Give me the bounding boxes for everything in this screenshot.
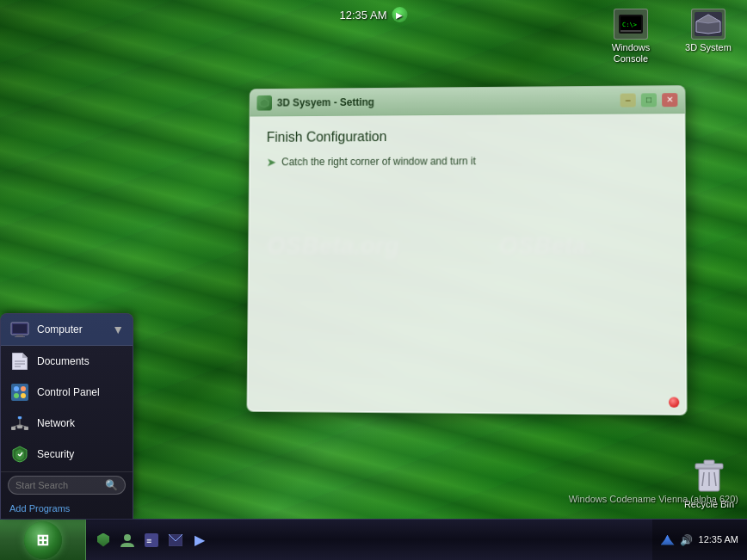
3d-system-label: 3D System [685,42,732,53]
svg-rect-2 [620,30,641,32]
control-panel-label: Control Panel [37,386,100,398]
computer-arrow: ▼ [112,323,124,336]
maximize-button[interactable]: □ [641,93,657,107]
taskbar-icon-mail[interactable] [165,530,186,551]
dialog-app-icon [256,95,272,110]
search-input[interactable] [15,480,102,490]
menu-item-documents[interactable]: Documents [1,346,133,377]
network-icon [9,413,30,434]
3d-system-icon [691,9,725,40]
taskbar-clock[interactable]: 12:35 AM [699,533,738,545]
dialog-window: 3D Sysyem - Setting – □ ✕ Finish Configu… [246,85,687,415]
start-button[interactable]: ⊞ [0,520,86,561]
svg-rect-24 [18,416,22,419]
start-menu: Computer ▼ Documents [0,313,133,519]
svg-point-17 [14,386,19,391]
shield-icon [97,533,109,547]
svg-rect-22 [11,427,15,430]
tray-network-icon[interactable] [661,533,675,547]
svg-rect-10 [15,336,25,337]
dialog-heading: Finish Configuration [267,127,668,145]
dialog-titlebar: 3D Sysyem - Setting – □ ✕ [250,86,685,116]
menu-item-computer[interactable]: Computer ▼ [1,314,133,346]
menu-item-control-panel[interactable]: Control Panel [1,377,133,408]
taskbar-icon-user[interactable] [117,530,138,551]
recycle-bin-icon [692,455,726,496]
search-bar[interactable]: 🔍 [8,476,126,495]
documents-icon [9,351,30,372]
arrow-icon: ➤ [266,155,276,169]
taskbar-icon-app[interactable]: ≡ [141,530,162,551]
top-clock-time: 12:35 AM [340,9,387,22]
network-tray-icon [661,535,675,545]
svg-rect-23 [24,427,28,430]
svg-text:≡: ≡ [146,536,151,545]
svg-text:C:\>: C:\> [622,22,637,28]
tray-speaker-icon[interactable]: 🔊 [680,533,694,547]
dialog-title: 3D Sysyem - Setting [277,94,615,108]
network-label: Network [37,417,75,429]
dialog-instruction: ➤ Catch the right corner of window and t… [266,153,667,169]
taskbar-icons: ≡ ▶ [86,530,652,551]
windows-logo: ⊞ [36,531,49,550]
desktop-icon-3d-system[interactable]: 3D System [678,9,738,65]
control-panel-icon [9,382,30,403]
security-label: Security [37,448,74,460]
computer-label: Computer [37,323,83,335]
svg-point-37 [124,534,131,541]
security-icon [9,444,30,465]
svg-point-20 [21,393,26,398]
svg-marker-30 [260,98,269,107]
windows-console-label: Windows Console [601,42,661,65]
taskbar-next-icon[interactable]: ▶ [189,530,210,551]
system-tray: 🔊 12:35 AM [652,520,747,560]
taskbar-icon-shield[interactable] [93,530,114,551]
speaker-icon: 🔊 [680,534,693,546]
start-orb: ⊞ [24,521,62,559]
search-icon: 🔍 [105,479,118,491]
desktop: OSBeta.org OSBeta. 12:35 AM ▶ C:\> Windo… [0,0,747,560]
dialog-content: Finish Configuration ➤ Catch the right c… [250,114,685,182]
close-button[interactable]: ✕ [662,93,677,107]
top-clock: 12:35 AM ▶ [340,7,408,22]
windows-codename: Windows Codename Vienna (alpha 620) [569,494,738,504]
menu-separator [1,471,133,472]
svg-rect-8 [13,324,27,333]
svg-point-19 [14,393,19,398]
desktop-icon-windows-console[interactable]: C:\> Windows Console [601,9,661,65]
menu-item-network[interactable]: Network [1,408,133,439]
minimize-button[interactable]: – [620,93,636,107]
computer-icon [9,319,30,340]
add-programs[interactable]: Add Programs [1,498,133,519]
windows-console-icon: C:\> [614,9,648,40]
svg-rect-9 [16,335,23,336]
svg-rect-16 [11,384,28,401]
dialog-corner-dot[interactable] [669,397,679,407]
documents-label: Documents [37,355,90,367]
desktop-icons-top-right: C:\> Windows Console 3D System [601,9,738,65]
menu-item-security[interactable]: Security [1,439,133,470]
svg-point-18 [21,386,26,391]
taskbar: ⊞ ≡ [0,519,747,560]
clock-arrow-icon[interactable]: ▶ [392,7,407,22]
